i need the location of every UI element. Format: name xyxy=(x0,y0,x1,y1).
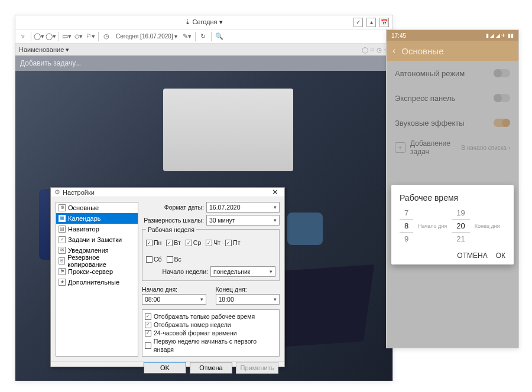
date-icon[interactable]: ◷ xyxy=(101,31,112,42)
day-Вт[interactable]: Вт xyxy=(166,239,180,246)
desktop-app-window: ⇣ Сегодня ▾ ✓ ▴ 📅 ▿ ◯▾ ◯▾ ▭▾ ◇▾ ⚐▾ ◷ Сег… xyxy=(15,15,393,381)
user-icon[interactable]: ◯▾ xyxy=(34,31,44,42)
start-picker-label: Начало дня xyxy=(418,223,447,229)
phone-header: ‹ Основные xyxy=(387,41,518,61)
today-dropdown[interactable]: ⇣ Сегодня ▾ xyxy=(185,18,222,26)
day-end-select[interactable]: 18:00 xyxy=(216,294,280,305)
refresh-icon[interactable]: ↻ xyxy=(198,31,209,42)
dialog-titlebar: ⚙ Настройки ✕ xyxy=(51,188,284,197)
toolbar-date[interactable]: Сегодня [16.07.2020] ▾ xyxy=(113,32,181,40)
nav-tasks[interactable]: ✓Задачи и Заметки xyxy=(56,234,138,245)
back-icon[interactable]: ‹ xyxy=(392,45,395,56)
flag-icon[interactable]: ⚐▾ xyxy=(85,31,96,42)
week-start-label: Начало недели: xyxy=(146,268,208,275)
day-start-label: Начало дня: xyxy=(142,286,206,293)
dialog-title: Рабочее время xyxy=(400,193,505,202)
dialog-cancel-button[interactable]: ОТМЕНА xyxy=(457,251,487,260)
phone-time: 17:45 xyxy=(391,32,406,39)
settings-content: Формат даты: 16.07.2020 Размерность шкал… xyxy=(142,202,280,357)
tag-icon[interactable]: ◇▾ xyxy=(73,31,84,42)
checkbox-icon[interactable] xyxy=(166,240,173,246)
column-name[interactable]: Наименование ▾ xyxy=(19,46,69,54)
toolbar: ▿ ◯▾ ◯▾ ▭▾ ◇▾ ⚐▾ ◷ Сегодня [16.07.2020] … xyxy=(15,30,392,44)
monitor-shape xyxy=(163,89,293,171)
settings-dialog: ⚙ Настройки ✕ ⚙Основные ▦Календарь ▤Нави… xyxy=(50,187,285,367)
phone-statusbar: 17:45 ▮ ◢ ◢ ✈ ▮▮ xyxy=(387,30,518,41)
scale-select[interactable]: 30 минут xyxy=(206,215,280,226)
phone-list: Автономный режим Экспресс панель Звуковы… xyxy=(387,61,518,348)
list-header[interactable]: Наименование ▾ ◯ ⚐ ◷ ☆ xyxy=(15,44,392,55)
close-icon[interactable]: ✕ xyxy=(270,188,281,197)
day-Вс[interactable]: Вс xyxy=(167,256,181,263)
option-row[interactable]: Первую неделю начинать с первого января xyxy=(145,337,277,354)
dialog-title: Настройки xyxy=(63,189,95,196)
checkbox-icon[interactable] xyxy=(186,240,192,246)
cancel-button[interactable]: Отмена xyxy=(190,362,232,374)
column-icons: ◯ ⚐ ◷ ☆ xyxy=(362,47,389,53)
status-icons: ▮ ◢ ◢ ✈ ▮▮ xyxy=(486,32,514,38)
day-end-label: Конец дня: xyxy=(216,286,280,293)
brush-icon[interactable]: ✎▾ xyxy=(182,31,193,42)
checkbox-icon[interactable] xyxy=(145,322,151,328)
coaster-shape xyxy=(287,213,323,245)
nav-general[interactable]: ⚙Основные xyxy=(56,202,138,213)
add-task-row[interactable]: Добавить задачу... xyxy=(15,55,392,71)
day-Пт[interactable]: Пт xyxy=(225,239,240,246)
ok-button[interactable]: OK xyxy=(144,362,186,374)
checkbox-icon[interactable] xyxy=(146,256,153,263)
nav-calendar[interactable]: ▦Календарь xyxy=(56,213,138,224)
nav-extra[interactable]: ★Дополнительные xyxy=(56,277,138,288)
desktop-background: ⚙ Настройки ✕ ⚙Основные ▦Календарь ▤Нави… xyxy=(15,71,392,381)
gear-icon: ⚙ xyxy=(54,188,60,196)
checkbox-icon[interactable] xyxy=(146,240,153,246)
week-start-select[interactable]: понедельник xyxy=(210,266,275,277)
day-Сб[interactable]: Сб xyxy=(146,256,162,263)
worktime-dialog: Рабочее время 7 8 9 Начало дня 19 20 21 … xyxy=(391,185,514,264)
apply-button[interactable]: Применить xyxy=(236,362,278,374)
checkbox-icon[interactable] xyxy=(167,256,173,263)
scale-label: Размерность шкалы: xyxy=(142,217,204,224)
checkbox-icon[interactable] xyxy=(145,313,151,320)
end-picker-label: Конец дня xyxy=(475,223,500,229)
nav-backup[interactable]: ⎘Резервное копирование xyxy=(56,256,138,266)
calendar-icon[interactable]: 📅 xyxy=(379,18,389,27)
day-start-select[interactable]: 08:00 xyxy=(142,294,206,305)
checkbox-icon[interactable] xyxy=(145,330,151,337)
filter-icon[interactable]: ▿ xyxy=(18,31,28,42)
date-format-select[interactable]: 16.07.2020 xyxy=(206,202,280,213)
phone-screen: 17:45 ▮ ◢ ◢ ✈ ▮▮ ‹ Основные Автономный р… xyxy=(386,30,519,348)
up-icon[interactable]: ▴ xyxy=(366,18,376,27)
window-titlebar: ⇣ Сегодня ▾ ✓ ▴ 📅 xyxy=(15,15,392,30)
checkbox-icon[interactable] xyxy=(145,342,151,349)
day-Чт[interactable]: Чт xyxy=(206,239,220,246)
date-format-label: Формат даты: xyxy=(142,204,204,211)
option-row[interactable]: Отображать номер недели xyxy=(145,321,277,329)
option-row[interactable]: 24-часовой формат времени xyxy=(145,329,277,337)
dialog-ok-button[interactable]: ОК xyxy=(496,251,505,260)
check-icon[interactable]: ✓ xyxy=(353,18,363,27)
user2-icon[interactable]: ◯▾ xyxy=(46,31,56,42)
search-icon[interactable]: 🔍 xyxy=(214,31,225,42)
phone-title: Основные xyxy=(401,46,443,56)
checkbox-icon[interactable] xyxy=(225,240,232,246)
workweek-title: Рабочая неделя xyxy=(146,226,196,233)
workweek-fieldset: Рабочая неделя ПнВтСрЧтПтСбВс Начало нед… xyxy=(142,229,280,281)
options-box: Отображать только рабочее времяОтображат… xyxy=(142,309,280,357)
settings-nav: ⚙Основные ▦Календарь ▤Навигатор ✓Задачи … xyxy=(56,202,138,357)
option-row[interactable]: Отображать только рабочее время xyxy=(145,312,277,321)
day-Пн[interactable]: Пн xyxy=(146,239,161,246)
checkbox-icon[interactable] xyxy=(206,240,212,246)
nav-navigator[interactable]: ▤Навигатор xyxy=(56,224,138,234)
start-picker[interactable]: 7 8 9 xyxy=(400,208,413,243)
folder-icon[interactable]: ▭▾ xyxy=(61,31,72,42)
end-picker[interactable]: 19 20 21 xyxy=(452,208,469,243)
day-Ср[interactable]: Ср xyxy=(186,239,201,246)
